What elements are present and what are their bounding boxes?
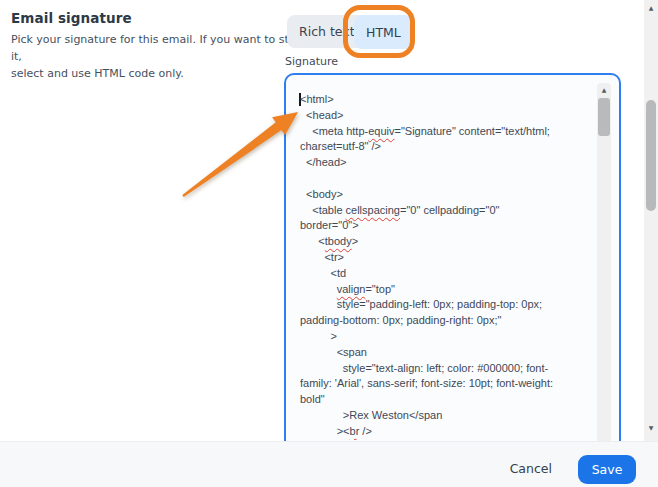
signature-field-label: Signature [285,55,338,68]
page-title: Email signature [11,10,311,26]
signature-code: <html> <head> <meta http-equiv="Signatur… [300,92,600,440]
save-button[interactable]: Save [578,455,636,484]
cancel-button[interactable]: Cancel [508,455,554,482]
signature-scrollbar-thumb[interactable] [598,98,610,136]
signature-scrollbar[interactable]: ▲ [597,83,611,483]
page-scrollbar[interactable]: ▲ ▼ [644,0,658,441]
footer-action-bar: Cancel Save [0,441,658,487]
page-scrollbar-thumb[interactable] [646,100,656,211]
signature-section-info: Email signature Pick your signature for … [11,10,311,82]
email-signature-settings-panel: Email signature Pick your signature for … [0,0,658,487]
section-description: Pick your signature for this email. If y… [11,31,311,82]
scroll-up-icon[interactable]: ▲ [597,85,611,95]
page-scroll-up-icon[interactable]: ▲ [644,3,658,13]
signature-code-textarea[interactable]: <html> <head> <meta http-equiv="Signatur… [284,73,621,485]
page-scroll-down-icon[interactable]: ▼ [644,423,658,433]
tab-html[interactable]: HTML [354,15,413,49]
